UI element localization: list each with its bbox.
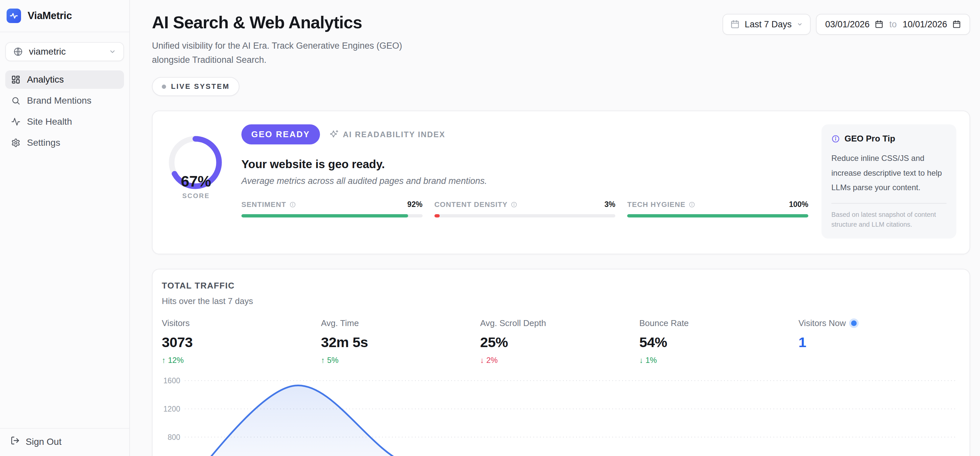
svg-text:1600: 1600 — [164, 377, 180, 385]
sidebar-item-label: Site Health — [27, 116, 72, 127]
brand-name: ViaMetric — [28, 10, 72, 22]
metric-label-row: CONTENT DENSITY — [434, 200, 518, 209]
info-icon — [511, 201, 517, 208]
metric-bar-track — [241, 214, 423, 217]
pro-tip-footnote: Based on latest snapshot of content stru… — [831, 210, 947, 229]
sidebar-item-label: Brand Mentions — [27, 96, 91, 106]
stat-value: 3073 — [162, 334, 321, 351]
sidebar-item-settings[interactable]: Settings — [5, 134, 124, 152]
search-icon — [11, 96, 21, 105]
page-title: AI Search & Web Analytics — [152, 13, 435, 32]
date-to-input[interactable]: 10/01/2026 — [903, 19, 961, 30]
pro-tip-title: GEO Pro Tip — [845, 134, 895, 144]
stat-value: 32m 5s — [321, 334, 480, 351]
traffic-subtitle: Hits over the last 7 days — [162, 296, 958, 306]
geo-badge-row: GEO READY AI READABILITY INDEX — [241, 124, 808, 144]
geo-readiness-card: 67% SCORE GEO READY AI READABILITY INDEX… — [152, 110, 970, 254]
geo-metrics: SENTIMENT 92% CONTENT DENSITY — [241, 200, 808, 217]
traffic-area-chart: 040080012001600 — [162, 377, 958, 456]
pro-tip-body: Reduce inline CSS/JS and increase descri… — [831, 151, 947, 195]
sidebar-item-label: Analytics — [27, 74, 64, 85]
page-header: AI Search & Web Analytics Unified visibi… — [152, 13, 970, 96]
traffic-stats: Visitors 3073 ↑ 12% Avg. Time 32m 5s ↑ 5… — [162, 318, 958, 365]
date-from-value: 03/01/2026 — [825, 19, 870, 30]
metric-bar-track — [627, 214, 808, 217]
date-to-value: 10/01/2026 — [903, 19, 947, 30]
stat-delta: ↓ 2% — [480, 356, 639, 365]
chevron-down-icon — [109, 48, 116, 55]
stat-avg-time: Avg. Time 32m 5s ↑ 5% — [321, 318, 480, 365]
stat-value-live: 1 — [799, 334, 958, 351]
metric-value: 100% — [789, 200, 808, 209]
sidebar-item-site-health[interactable]: Site Health — [5, 113, 124, 131]
total-traffic-card: TOTAL TRAFFIC Hits over the last 7 days … — [152, 269, 970, 456]
status-dot-icon — [162, 85, 166, 89]
metric-label: SENTIMENT — [241, 200, 286, 209]
metric-label-row: SENTIMENT — [241, 200, 296, 209]
live-system-badge: LIVE SYSTEM — [152, 77, 239, 96]
sidebar-item-analytics[interactable]: Analytics — [5, 70, 124, 89]
stat-delta: ↑ 12% — [162, 356, 321, 365]
log-out-icon — [11, 436, 20, 448]
calendar-icon[interactable] — [952, 20, 961, 29]
globe-icon — [13, 47, 23, 57]
metric-sentiment: SENTIMENT 92% — [241, 200, 423, 217]
stat-value: 54% — [639, 334, 799, 351]
svg-text:1200: 1200 — [164, 404, 180, 413]
geo-score-value: 67% — [181, 172, 211, 190]
geo-pro-tip-panel: GEO Pro Tip Reduce inline CSS/JS and inc… — [821, 124, 956, 238]
metric-bar-track — [434, 214, 616, 217]
stat-visitors-now: Visitors Now 1 — [799, 318, 958, 365]
info-icon — [290, 201, 296, 208]
stat-value: 25% — [480, 334, 639, 351]
geo-ready-badge: GEO READY — [241, 124, 320, 144]
date-from-input[interactable]: 03/01/2026 — [825, 19, 883, 30]
stat-label: Avg. Time — [321, 318, 359, 328]
metric-value: 92% — [407, 200, 423, 209]
info-icon — [831, 135, 840, 143]
svg-text:800: 800 — [168, 433, 180, 441]
metric-bar-fill — [627, 214, 808, 217]
calendar-icon[interactable] — [875, 20, 883, 29]
info-icon — [689, 201, 695, 208]
stat-label: Visitors — [162, 318, 190, 328]
custom-date-range: 03/01/2026 to 10/01/2026 — [816, 14, 970, 35]
header-text: AI Search & Web Analytics Unified visibi… — [152, 13, 435, 96]
app-root: ViaMetric viametric Analytics B — [0, 0, 980, 456]
site-selector-value: viametric — [29, 46, 103, 57]
metric-value: 3% — [605, 200, 615, 209]
metric-label: TECH HYGIENE — [627, 200, 685, 209]
chevron-down-icon — [797, 21, 803, 27]
live-system-label: LIVE SYSTEM — [171, 82, 229, 91]
metric-label: CONTENT DENSITY — [434, 200, 508, 209]
live-pulse-icon — [851, 320, 857, 326]
ai-readability-index: AI READABILITY INDEX — [329, 130, 445, 139]
sidebar-footer: Sign Out — [0, 428, 129, 456]
stat-label: Bounce Rate — [639, 318, 689, 328]
stat-bounce-rate: Bounce Rate 54% ↓ 1% — [639, 318, 799, 365]
sidebar-nav: Analytics Brand Mentions Site Health Set… — [0, 70, 129, 152]
traffic-chart: 040080012001600 — [162, 377, 958, 456]
geo-subtext: Average metrics across all audited pages… — [241, 176, 808, 186]
sidebar-item-label: Settings — [27, 137, 60, 148]
stat-avg-scroll-depth: Avg. Scroll Depth 25% ↓ 2% — [480, 318, 639, 365]
metric-bar-fill — [434, 214, 440, 217]
metric-content-density: CONTENT DENSITY 3% — [434, 200, 616, 217]
sidebar-item-brand-mentions[interactable]: Brand Mentions — [5, 91, 124, 110]
metric-bar-fill — [241, 214, 408, 217]
site-selector[interactable]: viametric — [5, 42, 124, 61]
traffic-title: TOTAL TRAFFIC — [162, 281, 958, 291]
stat-visitors: Visitors 3073 ↑ 12% — [162, 318, 321, 365]
page-subtitle: Unified visibility for the AI Era. Track… — [152, 39, 435, 67]
stat-delta: ↑ 5% — [321, 356, 480, 365]
geo-score-caption: SCORE — [182, 192, 210, 200]
date-range-select[interactable]: Last 7 Days — [722, 14, 811, 35]
ai-readability-label: AI READABILITY INDEX — [343, 130, 445, 139]
range-select-value: Last 7 Days — [745, 19, 792, 30]
metric-label-row: TECH HYGIENE — [627, 200, 695, 209]
stat-label: Visitors Now — [799, 318, 846, 328]
sign-out-button[interactable]: Sign Out — [11, 436, 119, 448]
stat-delta: ↓ 1% — [639, 356, 799, 365]
geo-card-main: GEO READY AI READABILITY INDEX Your webs… — [241, 124, 808, 238]
stat-label: Avg. Scroll Depth — [480, 318, 546, 328]
